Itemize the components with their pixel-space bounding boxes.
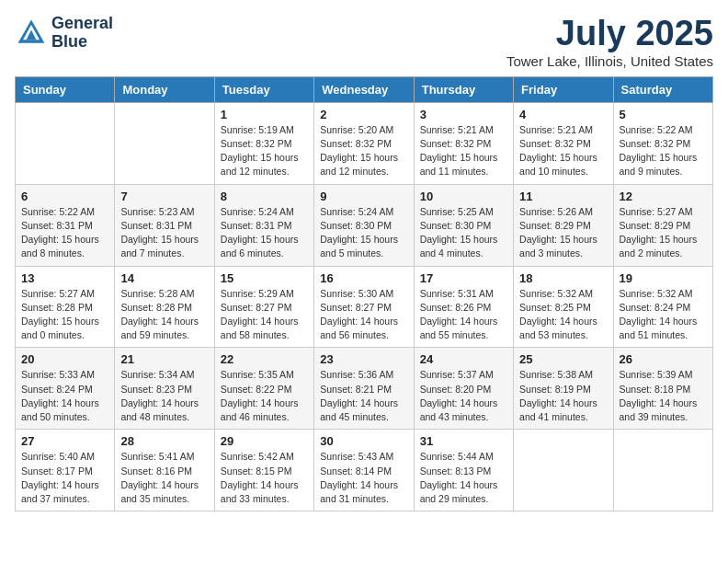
calendar-cell: [514, 430, 613, 511]
calendar-cell: 7Sunrise: 5:23 AMSunset: 8:31 PMDaylight…: [115, 184, 214, 266]
weekday-header-row: SundayMondayTuesdayWednesdayThursdayFrid…: [16, 76, 713, 102]
day-info: Sunrise: 5:43 AMSunset: 8:14 PMDaylight:…: [320, 450, 407, 506]
day-info: Sunrise: 5:20 AMSunset: 8:32 PMDaylight:…: [320, 123, 407, 179]
day-info: Sunrise: 5:38 AMSunset: 8:19 PMDaylight:…: [519, 368, 607, 424]
day-info: Sunrise: 5:32 AMSunset: 8:24 PMDaylight:…: [620, 287, 707, 343]
day-info: Sunrise: 5:30 AMSunset: 8:27 PMDaylight:…: [320, 287, 407, 343]
month-title: July 2025: [506, 15, 713, 53]
day-number: 11: [519, 190, 607, 203]
day-info: Sunrise: 5:39 AMSunset: 8:18 PMDaylight:…: [620, 368, 707, 424]
day-info: Sunrise: 5:25 AMSunset: 8:30 PMDaylight:…: [420, 205, 507, 261]
logo: General Blue: [15, 15, 113, 52]
calendar-week-2: 6Sunrise: 5:22 AMSunset: 8:31 PMDaylight…: [16, 184, 713, 266]
calendar-cell: 18Sunrise: 5:32 AMSunset: 8:25 PMDayligh…: [514, 266, 613, 348]
calendar-body: 1Sunrise: 5:19 AMSunset: 8:32 PMDaylight…: [16, 102, 713, 511]
logo-text: General Blue: [51, 15, 113, 52]
day-info: Sunrise: 5:21 AMSunset: 8:32 PMDaylight:…: [519, 123, 607, 179]
calendar-cell: 20Sunrise: 5:33 AMSunset: 8:24 PMDayligh…: [16, 348, 115, 430]
calendar-cell: 1Sunrise: 5:19 AMSunset: 8:32 PMDaylight…: [214, 102, 313, 184]
weekday-header-saturday: Saturday: [613, 76, 712, 102]
calendar-cell: [613, 430, 712, 511]
day-info: Sunrise: 5:24 AMSunset: 8:31 PMDaylight:…: [221, 205, 308, 261]
calendar-cell: 6Sunrise: 5:22 AMSunset: 8:31 PMDaylight…: [16, 184, 115, 266]
calendar-cell: 27Sunrise: 5:40 AMSunset: 8:17 PMDayligh…: [16, 430, 115, 511]
day-info: Sunrise: 5:23 AMSunset: 8:31 PMDaylight:…: [120, 205, 208, 261]
calendar-cell: 5Sunrise: 5:22 AMSunset: 8:32 PMDaylight…: [613, 102, 712, 184]
logo-icon: [15, 17, 48, 50]
day-info: Sunrise: 5:21 AMSunset: 8:32 PMDaylight:…: [420, 123, 507, 179]
day-info: Sunrise: 5:22 AMSunset: 8:31 PMDaylight:…: [21, 205, 108, 261]
calendar-cell: [115, 102, 214, 184]
day-info: Sunrise: 5:32 AMSunset: 8:25 PMDaylight:…: [519, 287, 607, 343]
day-info: Sunrise: 5:41 AMSunset: 8:16 PMDaylight:…: [120, 450, 208, 506]
calendar-cell: 17Sunrise: 5:31 AMSunset: 8:26 PMDayligh…: [414, 266, 513, 348]
calendar-cell: 29Sunrise: 5:42 AMSunset: 8:15 PMDayligh…: [214, 430, 313, 511]
day-number: 25: [519, 352, 607, 366]
day-number: 31: [420, 434, 507, 448]
day-number: 7: [120, 190, 208, 203]
calendar-cell: 31Sunrise: 5:44 AMSunset: 8:13 PMDayligh…: [414, 430, 513, 511]
calendar-cell: 11Sunrise: 5:26 AMSunset: 8:29 PMDayligh…: [514, 184, 613, 266]
calendar-cell: 16Sunrise: 5:30 AMSunset: 8:27 PMDayligh…: [314, 266, 414, 348]
day-number: 21: [120, 352, 208, 366]
day-number: 19: [620, 271, 707, 285]
day-number: 5: [620, 108, 707, 121]
day-info: Sunrise: 5:31 AMSunset: 8:26 PMDaylight:…: [420, 287, 507, 343]
day-number: 8: [221, 190, 308, 203]
calendar-cell: 28Sunrise: 5:41 AMSunset: 8:16 PMDayligh…: [115, 430, 214, 511]
day-info: Sunrise: 5:26 AMSunset: 8:29 PMDaylight:…: [519, 205, 607, 261]
calendar-cell: 30Sunrise: 5:43 AMSunset: 8:14 PMDayligh…: [314, 430, 414, 511]
day-info: Sunrise: 5:28 AMSunset: 8:28 PMDaylight:…: [120, 287, 208, 343]
day-info: Sunrise: 5:33 AMSunset: 8:24 PMDaylight:…: [21, 368, 108, 424]
title-area: July 2025 Tower Lake, Illinois, United S…: [506, 15, 713, 69]
day-number: 9: [320, 190, 407, 203]
day-number: 3: [420, 108, 507, 121]
calendar-cell: 9Sunrise: 5:24 AMSunset: 8:30 PMDaylight…: [314, 184, 414, 266]
day-info: Sunrise: 5:36 AMSunset: 8:21 PMDaylight:…: [320, 368, 407, 424]
day-info: Sunrise: 5:44 AMSunset: 8:13 PMDaylight:…: [420, 450, 507, 506]
day-number: 26: [620, 352, 707, 366]
calendar-cell: 12Sunrise: 5:27 AMSunset: 8:29 PMDayligh…: [613, 184, 712, 266]
location-title: Tower Lake, Illinois, United States: [506, 53, 713, 69]
weekday-header-tuesday: Tuesday: [214, 76, 313, 102]
weekday-header-wednesday: Wednesday: [314, 76, 414, 102]
calendar-cell: 21Sunrise: 5:34 AMSunset: 8:23 PMDayligh…: [115, 348, 214, 430]
day-number: 29: [221, 434, 308, 448]
page-header: General Blue July 2025 Tower Lake, Illin…: [15, 15, 713, 69]
calendar-week-3: 13Sunrise: 5:27 AMSunset: 8:28 PMDayligh…: [16, 266, 713, 348]
calendar-cell: 2Sunrise: 5:20 AMSunset: 8:32 PMDaylight…: [314, 102, 414, 184]
day-number: 1: [221, 108, 308, 121]
day-number: 16: [320, 271, 407, 285]
day-info: Sunrise: 5:35 AMSunset: 8:22 PMDaylight:…: [221, 368, 308, 424]
day-info: Sunrise: 5:22 AMSunset: 8:32 PMDaylight:…: [620, 123, 707, 179]
calendar-cell: 26Sunrise: 5:39 AMSunset: 8:18 PMDayligh…: [613, 348, 712, 430]
day-info: Sunrise: 5:27 AMSunset: 8:28 PMDaylight:…: [21, 287, 108, 343]
calendar-week-1: 1Sunrise: 5:19 AMSunset: 8:32 PMDaylight…: [16, 102, 713, 184]
weekday-header-thursday: Thursday: [414, 76, 513, 102]
calendar-cell: 25Sunrise: 5:38 AMSunset: 8:19 PMDayligh…: [514, 348, 613, 430]
day-number: 12: [620, 190, 707, 203]
day-number: 23: [320, 352, 407, 366]
day-info: Sunrise: 5:24 AMSunset: 8:30 PMDaylight:…: [320, 205, 407, 261]
day-number: 27: [21, 434, 108, 448]
calendar-cell: 24Sunrise: 5:37 AMSunset: 8:20 PMDayligh…: [414, 348, 513, 430]
day-number: 13: [21, 271, 108, 285]
weekday-header-friday: Friday: [514, 76, 613, 102]
calendar-cell: 19Sunrise: 5:32 AMSunset: 8:24 PMDayligh…: [613, 266, 712, 348]
calendar-cell: 14Sunrise: 5:28 AMSunset: 8:28 PMDayligh…: [115, 266, 214, 348]
calendar-table: SundayMondayTuesdayWednesdayThursdayFrid…: [15, 76, 713, 511]
calendar-cell: 22Sunrise: 5:35 AMSunset: 8:22 PMDayligh…: [214, 348, 313, 430]
day-info: Sunrise: 5:34 AMSunset: 8:23 PMDaylight:…: [120, 368, 208, 424]
calendar-cell: 13Sunrise: 5:27 AMSunset: 8:28 PMDayligh…: [16, 266, 115, 348]
day-number: 15: [221, 271, 308, 285]
day-number: 30: [320, 434, 407, 448]
day-number: 18: [519, 271, 607, 285]
day-info: Sunrise: 5:29 AMSunset: 8:27 PMDaylight:…: [221, 287, 308, 343]
day-number: 4: [519, 108, 607, 121]
calendar-cell: 10Sunrise: 5:25 AMSunset: 8:30 PMDayligh…: [414, 184, 513, 266]
calendar-cell: 4Sunrise: 5:21 AMSunset: 8:32 PMDaylight…: [514, 102, 613, 184]
day-number: 14: [120, 271, 208, 285]
day-info: Sunrise: 5:27 AMSunset: 8:29 PMDaylight:…: [620, 205, 707, 261]
calendar-cell: 15Sunrise: 5:29 AMSunset: 8:27 PMDayligh…: [214, 266, 313, 348]
day-number: 6: [21, 190, 108, 203]
